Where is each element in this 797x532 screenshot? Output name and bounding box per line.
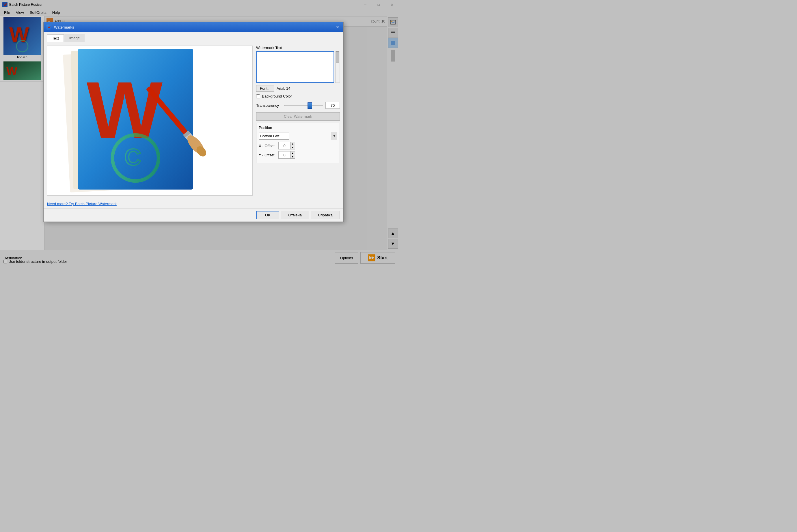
watermarks-modal: W Watermarks ✕ Text Image	[43, 22, 344, 222]
font-button[interactable]: Font...	[256, 85, 274, 92]
y-offset-input-wrapper: ▲ ▼	[278, 151, 295, 159]
watermark-text-scrollbar[interactable]	[335, 51, 340, 83]
cancel-button[interactable]: Отмена	[281, 211, 309, 219]
modal-overlay: W Watermarks ✕ Text Image	[0, 0, 399, 266]
preview-area: W C	[47, 45, 253, 196]
position-label: Position	[259, 126, 337, 130]
tab-image[interactable]: Image	[65, 34, 85, 42]
right-panel: Watermark Text Font... Arial, 14	[256, 45, 340, 196]
y-offset-row: Y - Offset ▲ ▼	[259, 151, 337, 159]
x-offset-up[interactable]: ▲	[290, 142, 295, 146]
y-offset-down[interactable]: ▼	[290, 155, 295, 159]
x-offset-spinner: ▲ ▼	[290, 142, 295, 149]
position-dropdown-row: Bottom Left Top Left Top Right Bottom Ri…	[259, 132, 337, 140]
modal-title-bar: W Watermarks ✕	[43, 22, 343, 32]
watermark-text-section: Watermark Text	[256, 45, 340, 83]
bg-color-checkbox[interactable]	[256, 94, 260, 98]
transparency-section: Transparency 70	[256, 102, 340, 109]
watermark-text-label: Watermark Text	[256, 45, 340, 50]
watermark-text-box-wrapper	[256, 51, 340, 83]
y-offset-up[interactable]: ▲	[290, 151, 295, 155]
font-row: Font... Arial, 14	[256, 85, 340, 92]
position-select[interactable]: Bottom Left Top Left Top Right Bottom Ri…	[259, 132, 289, 140]
transparency-value: 70	[325, 102, 340, 109]
modal-link-bar: Need more? Try Batch Picture Watermark	[43, 199, 343, 208]
svg-text:C: C	[125, 144, 141, 170]
transparency-row: Transparency 70	[256, 102, 340, 109]
slider-track	[285, 105, 323, 106]
font-value: Arial, 14	[277, 86, 290, 91]
tab-text[interactable]: Text	[47, 34, 64, 42]
modal-title: Watermarks	[54, 25, 74, 30]
modal-icon: W	[47, 24, 52, 30]
clear-watermark-button[interactable]: Clear Watermark	[256, 112, 340, 120]
slider-thumb[interactable]	[308, 102, 312, 109]
y-offset-label: Y - Offset	[259, 153, 276, 157]
position-section: Position Bottom Left Top Left Top Right …	[256, 123, 340, 163]
x-offset-input-wrapper: ▲ ▼	[278, 142, 295, 149]
modal-footer: OK Отмена Справка	[43, 208, 343, 222]
help-button[interactable]: Справка	[311, 211, 340, 219]
x-offset-row: X - Offset ▲ ▼	[259, 142, 337, 149]
x-offset-input[interactable]	[279, 142, 290, 149]
ok-button[interactable]: OK	[256, 211, 279, 219]
bg-color-label: Background Color	[262, 94, 292, 98]
x-offset-label: X - Offset	[259, 144, 276, 148]
modal-close-button[interactable]: ✕	[335, 24, 341, 30]
transparency-label: Transparency	[256, 103, 282, 108]
preview-svg: W C	[47, 46, 252, 195]
y-offset-spinner: ▲ ▼	[290, 151, 295, 158]
modal-body: W C	[43, 42, 343, 199]
watermark-text-input[interactable]	[256, 51, 334, 83]
transparency-slider-wrapper	[285, 102, 323, 108]
x-offset-down[interactable]: ▼	[290, 146, 295, 149]
modal-tabs: Text Image	[43, 32, 343, 42]
select-arrow-icon: ▼	[331, 132, 337, 140]
position-select-wrapper: Bottom Left Top Left Top Right Bottom Ri…	[259, 132, 337, 140]
bg-color-row: Background Color	[256, 94, 340, 98]
watermark-link[interactable]: Need more? Try Batch Picture Watermark	[47, 202, 117, 206]
wm-scroll-thumb	[336, 51, 339, 63]
y-offset-input[interactable]	[279, 151, 290, 158]
